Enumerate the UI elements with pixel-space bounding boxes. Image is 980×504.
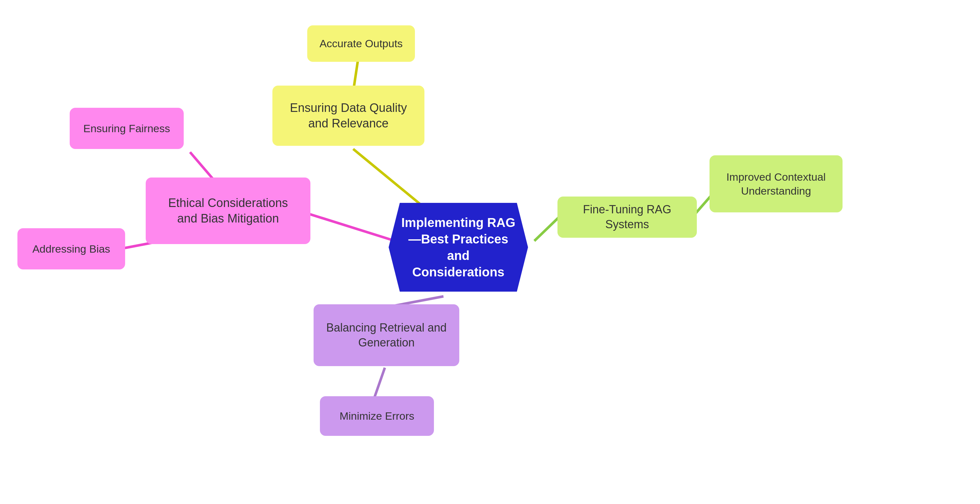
minimize-errors-node: Minimize Errors [320,396,434,436]
fine-tuning-label: Fine-Tuning RAG Systems [569,202,686,232]
svg-line-8 [374,368,385,399]
balancing-retrieval-label: Balancing Retrieval and Generation [325,321,448,350]
minimize-errors-label: Minimize Errors [340,409,414,423]
ethical-considerations-label: Ethical Considerations and Bias Mitigati… [157,195,299,226]
center-node-label: Implementing RAG—Best Practices and Cons… [400,214,517,280]
improved-contextual-label: Improved Contextual Understanding [721,170,831,198]
ensuring-fairness-label: Ensuring Fairness [83,121,170,136]
svg-line-2 [304,212,395,241]
mind-map-diagram: Implementing RAG—Best Practices and Cons… [0,0,980,504]
accurate-outputs-node: Accurate Outputs [307,26,415,62]
balancing-retrieval-node: Balancing Retrieval and Generation [313,304,459,366]
addressing-bias-node: Addressing Bias [18,228,125,270]
ethical-considerations-node: Ethical Considerations and Bias Mitigati… [146,177,310,244]
ensuring-data-quality-label: Ensuring Data Quality and Relevance [284,100,413,132]
addressing-bias-label: Addressing Bias [32,242,110,256]
ensuring-data-quality-node: Ensuring Data Quality and Relevance [272,86,425,146]
center-node: Implementing RAG—Best Practices and Cons… [389,203,528,292]
improved-contextual-node: Improved Contextual Understanding [710,155,843,212]
fine-tuning-node: Fine-Tuning RAG Systems [557,196,697,238]
svg-line-5 [535,215,561,241]
ensuring-fairness-node: Ensuring Fairness [70,108,184,149]
accurate-outputs-label: Accurate Outputs [320,37,403,50]
svg-line-0 [353,149,425,207]
